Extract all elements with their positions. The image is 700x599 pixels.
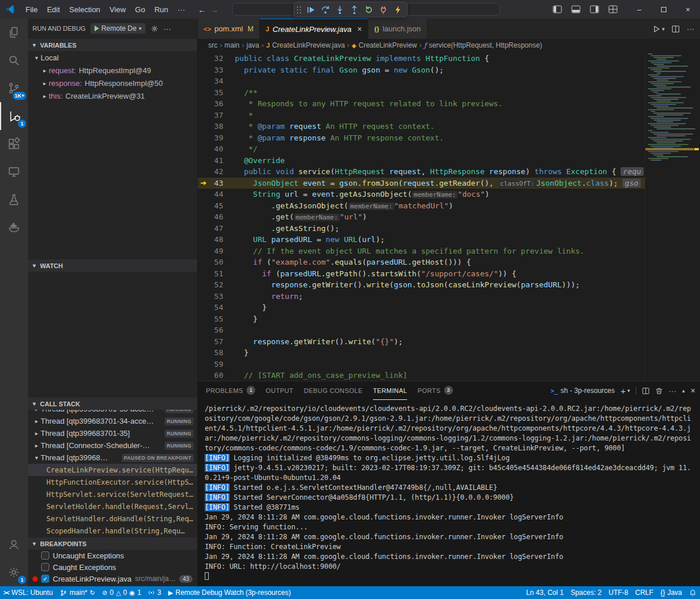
tab-ports[interactable]: PORTS3: [418, 381, 453, 400]
start-debug-icon[interactable]: [95, 26, 99, 31]
line-number-gutter[interactable]: 51: [198, 268, 235, 280]
breakpoint-row[interactable]: Uncaught Exceptions: [28, 550, 197, 561]
breakpoint-checkbox[interactable]: ✓: [41, 575, 49, 583]
line-number-gutter[interactable]: 50: [198, 257, 235, 268]
line-number-gutter[interactable]: 35: [198, 87, 235, 99]
toolbar-grip-handle[interactable]: [297, 6, 302, 14]
line-number-gutter[interactable]: 52: [198, 279, 235, 291]
language-mode[interactable]: {}Java: [657, 586, 686, 599]
line-number-gutter[interactable]: 44: [198, 189, 235, 200]
activity-extensions-icon[interactable]: [0, 130, 28, 158]
indentation-status[interactable]: Spaces: 2: [567, 586, 605, 599]
breadcrumb-main[interactable]: main: [224, 41, 240, 49]
debug-settings-gear-icon[interactable]: [150, 24, 159, 33]
line-number-gutter[interactable]: 37: [198, 110, 235, 121]
breadcrumb-java[interactable]: java: [246, 41, 259, 49]
line-number-gutter[interactable]: 38: [198, 121, 235, 132]
menu-edit[interactable]: Edit: [42, 3, 64, 16]
code-line-35[interactable]: 35 /**: [198, 87, 645, 99]
breakpoint-checkbox[interactable]: [41, 563, 49, 571]
thread-row[interactable]: ▸Thread [qtp399683701-35]RUNNING: [28, 427, 197, 439]
activity-docker-icon[interactable]: [0, 214, 28, 241]
variables-section-header[interactable]: ▾ VARIABLES: [28, 38, 197, 51]
launch-config-picker[interactable]: Remote De ▾: [90, 23, 146, 34]
activity-run-debug-icon[interactable]: 1: [0, 102, 28, 130]
code-line-58[interactable]: 58 }: [198, 347, 645, 359]
breakpoints-section-header[interactable]: ▾ BREAKPOINTS: [28, 537, 197, 550]
code-line-40[interactable]: 40 */: [198, 143, 645, 155]
breadcrumb-file[interactable]: CreateLinkPreview.java: [272, 41, 344, 49]
debug-step-over-icon[interactable]: [318, 3, 332, 16]
menu-view[interactable]: View: [105, 3, 130, 16]
debug-task-status[interactable]: ▶ Remote Debug Watch (3p-resources): [165, 586, 294, 599]
code-line-42[interactable]: 42 public void service(HttpRequest reque…: [198, 166, 645, 178]
thread-row[interactable]: ▸Thread [Connector-Scheduler-…RUNNING: [28, 439, 197, 452]
code-editor[interactable]: 32public class CreateLinkPreview impleme…: [198, 52, 700, 381]
editor-more-actions-icon[interactable]: ···: [687, 24, 694, 33]
stack-frame-row[interactable]: ServletHolder.handle(Request,Servlet…: [28, 500, 197, 513]
code-line-36[interactable]: 36 * Responds to any HTTP request relate…: [198, 98, 645, 110]
stack-frame-row[interactable]: HttpServlet.service(ServletRequest,S…: [28, 488, 197, 500]
split-editor-icon[interactable]: [672, 25, 680, 33]
problems-status[interactable]: ⊘0 △0 ◉1: [99, 586, 144, 599]
code-line-33[interactable]: 33 private static final Gson gson = new …: [198, 64, 645, 76]
breadcrumb-method[interactable]: service(HttpRequest, HttpResponse): [429, 41, 542, 49]
code-line-44[interactable]: 44 String url = event.getAsJsonObject(me…: [198, 189, 645, 200]
code-line-47[interactable]: 47 .getAsString();: [198, 223, 645, 234]
line-number-gutter[interactable]: 45: [198, 200, 235, 212]
activity-search-icon[interactable]: [0, 46, 28, 74]
sidebar-more-actions-icon[interactable]: ···: [164, 24, 171, 33]
remote-indicator[interactable]: >< WSL: Ubuntu: [0, 586, 56, 599]
tab-problems[interactable]: PROBLEMS1: [206, 381, 255, 400]
menu-file[interactable]: File: [21, 3, 42, 16]
stack-frame-row[interactable]: HttpFunctionExecutor.service(HttpSer…: [28, 476, 197, 488]
menu-selection[interactable]: Selection: [64, 3, 104, 16]
breakpoint-checkbox[interactable]: [41, 551, 49, 560]
git-branch-status[interactable]: main* ↻: [56, 586, 99, 599]
panel-more-actions-icon[interactable]: ···: [669, 387, 676, 395]
close-panel-icon[interactable]: ×: [691, 386, 695, 395]
terminal-instance-select[interactable]: >_ sh - 3p-resources: [551, 387, 615, 395]
debug-step-into-icon[interactable]: [333, 3, 346, 16]
breadcrumb-src[interactable]: src: [208, 41, 217, 49]
line-number-gutter[interactable]: 40: [198, 143, 235, 155]
tab-createlinkpreview-java[interactable]: J CreateLinkPreview.java ×: [260, 19, 368, 39]
code-line-54[interactable]: 54 }: [198, 302, 645, 313]
line-number-gutter[interactable]: 53: [198, 291, 235, 302]
back-arrow-icon[interactable]: ←: [198, 5, 206, 15]
toggle-secondary-sidebar-icon[interactable]: [586, 2, 603, 16]
tab-launch-json[interactable]: {} launch.json: [368, 19, 427, 39]
code-line-43[interactable]: 43 JsonObject event = gson.fromJson(requ…: [198, 178, 645, 189]
line-number-gutter[interactable]: 59: [198, 359, 235, 370]
line-number-gutter[interactable]: 58: [198, 347, 235, 359]
code-line-55[interactable]: 55 }: [198, 313, 645, 325]
tab-pom-xml[interactable]: <> pom.xml M: [198, 19, 260, 39]
line-number-gutter[interactable]: 48: [198, 234, 235, 246]
breakpoint-row[interactable]: ✓CreateLinkPreview.javasrc/main/java43: [28, 573, 197, 584]
line-number-gutter[interactable]: 36: [198, 98, 235, 110]
cursor-position[interactable]: Ln 43, Col 1: [523, 586, 567, 599]
hot-code-replace-icon[interactable]: [391, 3, 404, 16]
line-number-gutter[interactable]: 47: [198, 223, 235, 234]
line-number-gutter[interactable]: 33: [198, 64, 235, 76]
thread-row[interactable]: ▸Thread [qtp399683701-33-acce…RUNNING: [28, 410, 197, 415]
line-number-gutter[interactable]: 56: [198, 324, 235, 336]
maximize-panel-icon[interactable]: ▴: [682, 388, 685, 394]
code-line-34[interactable]: 34: [198, 75, 645, 87]
accounts-icon[interactable]: [0, 531, 28, 558]
customize-layout-icon[interactable]: [605, 2, 621, 16]
activity-explorer-icon[interactable]: [0, 19, 28, 46]
code-line-51[interactable]: 51 if (parsedURL.getPath().startsWith("/…: [198, 268, 645, 280]
variable-row[interactable]: ▸this:CreateLinkPreview@31: [28, 89, 197, 102]
line-number-gutter[interactable]: 42: [198, 166, 235, 178]
line-number-gutter[interactable]: 41: [198, 155, 235, 167]
minimap[interactable]: [645, 52, 700, 381]
close-tab-icon[interactable]: ×: [357, 24, 362, 34]
settings-gear-icon[interactable]: 1: [0, 558, 28, 586]
line-number-gutter[interactable]: 43: [198, 178, 235, 189]
debug-step-out-icon[interactable]: [347, 3, 361, 16]
line-number-gutter[interactable]: 54: [198, 302, 235, 313]
code-line-46[interactable]: 46 .get(memberName:"url"): [198, 211, 645, 223]
code-line-52[interactable]: 52 response.getWriter().write(gson.toJso…: [198, 279, 645, 291]
line-number-gutter[interactable]: 32: [198, 53, 235, 64]
